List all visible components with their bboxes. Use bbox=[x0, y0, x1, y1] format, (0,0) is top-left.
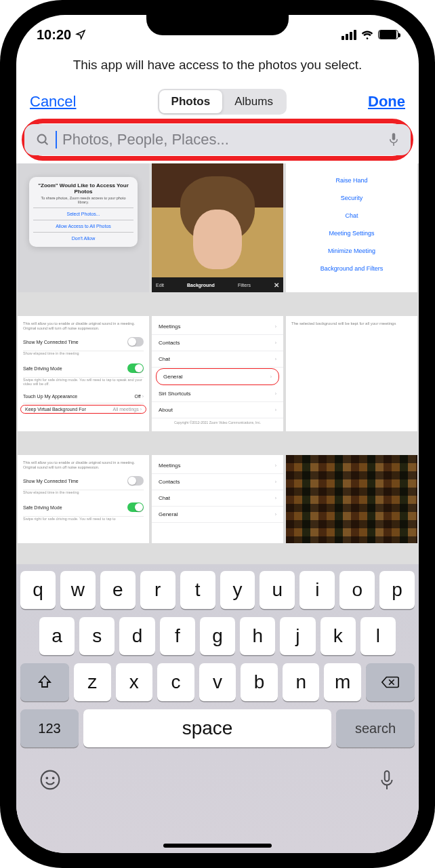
list-item: About bbox=[159, 407, 173, 413]
segmented-control[interactable]: Photos Albums bbox=[158, 89, 287, 115]
photo-thumb[interactable]: This will allow you to enable or disable… bbox=[18, 455, 149, 543]
value: Off bbox=[134, 394, 140, 399]
menu-item: Security bbox=[290, 189, 413, 207]
chevron-right-icon: › bbox=[142, 394, 144, 399]
emoji-icon[interactable] bbox=[39, 769, 61, 791]
menu-item: Chat bbox=[290, 207, 413, 224]
list-item: Chat bbox=[159, 356, 170, 362]
keyboard-row: qwertyuiop bbox=[20, 571, 415, 609]
settings-row: Safe Driving Mode bbox=[23, 366, 62, 371]
cellular-icon bbox=[341, 30, 356, 40]
photo-thumb[interactable]: Raise Hand Security Chat Meeting Setting… bbox=[286, 163, 417, 292]
key-r[interactable]: r bbox=[140, 571, 175, 609]
key-b[interactable]: b bbox=[241, 663, 278, 701]
search-key[interactable]: search bbox=[336, 709, 415, 747]
phone-screen: 10:20 This app will have access to the p… bbox=[16, 15, 419, 853]
backspace-key[interactable] bbox=[366, 663, 415, 701]
thumb-alert: "Zoom" Would Like to Access Your Photos … bbox=[29, 177, 137, 247]
battery-icon bbox=[378, 30, 398, 39]
key-z[interactable]: z bbox=[74, 663, 111, 701]
svg-line-1 bbox=[45, 142, 47, 144]
alert-title: "Zoom" Would Like to Access Your Photos bbox=[33, 182, 133, 195]
key-p[interactable]: p bbox=[379, 571, 415, 609]
photo-thumb[interactable]: The selected background will be kept for… bbox=[286, 316, 417, 431]
key-o[interactable]: o bbox=[339, 571, 375, 609]
video-tab: Background bbox=[187, 283, 215, 288]
key-u[interactable]: u bbox=[260, 571, 295, 609]
settings-row: Show My Connected Time bbox=[23, 340, 79, 344]
keyboard-row: asdfghjkl bbox=[20, 617, 415, 655]
key-w[interactable]: w bbox=[60, 571, 96, 609]
photo-thumb[interactable] bbox=[286, 455, 417, 543]
keyboard: qwertyuiop asdfghjkl zxcvbnm 123 space s… bbox=[16, 564, 419, 853]
highlighted-row: General› bbox=[156, 368, 279, 385]
alert-option: Allow Access to All Photos bbox=[33, 220, 133, 232]
key-l[interactable]: l bbox=[360, 617, 396, 655]
menu-item: Minimize Meeting bbox=[290, 242, 413, 260]
photo-thumb[interactable]: This will allow you to enable or disable… bbox=[18, 316, 149, 431]
mic-icon[interactable] bbox=[388, 132, 400, 148]
location-icon bbox=[75, 29, 86, 40]
key-e[interactable]: e bbox=[100, 571, 136, 609]
key-j[interactable]: j bbox=[280, 617, 315, 655]
shift-key[interactable] bbox=[20, 663, 69, 701]
key-x[interactable]: x bbox=[116, 663, 153, 701]
cancel-button[interactable]: Cancel bbox=[30, 93, 76, 111]
header-message: This app will have access to the photos … bbox=[16, 52, 419, 78]
settings-sub: Swipe right for safe driving mode. You w… bbox=[23, 517, 144, 525]
svg-point-6 bbox=[41, 771, 60, 789]
key-q[interactable]: q bbox=[20, 571, 56, 609]
svg-rect-2 bbox=[392, 133, 396, 140]
search-input[interactable] bbox=[62, 131, 382, 149]
list-item: Chat bbox=[159, 495, 170, 501]
tab-photos[interactable]: Photos bbox=[159, 90, 223, 113]
settings-note: This will allow you to enable or disable… bbox=[23, 458, 144, 472]
home-indicator[interactable] bbox=[163, 844, 272, 848]
chevron-right-icon: › bbox=[275, 408, 276, 412]
settings-sub: Swipe right for safe driving mode. You w… bbox=[23, 378, 144, 390]
settings-row: Touch Up My Appearance bbox=[23, 394, 77, 399]
key-t[interactable]: t bbox=[180, 571, 215, 609]
key-y[interactable]: y bbox=[220, 571, 255, 609]
toggle-off-icon bbox=[127, 476, 144, 486]
number-key[interactable]: 123 bbox=[20, 709, 79, 747]
svg-point-8 bbox=[53, 778, 54, 779]
photo-thumb[interactable]: Meetings› Contacts› Chat› General› Siri … bbox=[152, 316, 283, 431]
search-wrap bbox=[24, 124, 411, 155]
search-field[interactable] bbox=[24, 124, 411, 155]
space-key[interactable]: space bbox=[83, 709, 331, 747]
shift-icon bbox=[37, 674, 53, 690]
video-tab: Edit bbox=[156, 283, 164, 288]
photo-thumb[interactable]: Meetings› Contacts› Chat› General› bbox=[152, 455, 283, 543]
key-i[interactable]: i bbox=[299, 571, 335, 609]
list-item: Meetings bbox=[159, 462, 180, 469]
menu-item: Background and Filters bbox=[290, 260, 413, 277]
tab-albums[interactable]: Albums bbox=[222, 90, 285, 113]
alert-option: Select Photos... bbox=[33, 208, 133, 220]
key-n[interactable]: n bbox=[283, 663, 320, 701]
done-button[interactable]: Done bbox=[368, 93, 405, 111]
photo-thumb[interactable]: "Zoom" Would Like to Access Your Photos … bbox=[18, 163, 149, 292]
status-time: 10:20 bbox=[37, 27, 71, 43]
key-v[interactable]: v bbox=[199, 663, 236, 701]
key-a[interactable]: a bbox=[39, 617, 75, 655]
key-m[interactable]: m bbox=[324, 663, 361, 701]
settings-sub: Show elapsed time in the meeting bbox=[23, 490, 144, 498]
photo-thumb[interactable]: Edit Background Filters ✕ bbox=[152, 163, 283, 292]
key-g[interactable]: g bbox=[200, 617, 235, 655]
key-k[interactable]: k bbox=[320, 617, 356, 655]
keyboard-bottom bbox=[20, 755, 415, 792]
settings-sub: Show elapsed time in the meeting bbox=[23, 351, 144, 359]
key-s[interactable]: s bbox=[79, 617, 115, 655]
key-h[interactable]: h bbox=[240, 617, 275, 655]
chevron-right-icon: › bbox=[275, 479, 276, 484]
svg-rect-9 bbox=[385, 771, 390, 781]
key-c[interactable]: c bbox=[157, 663, 194, 701]
settings-note: This will allow you to enable or disable… bbox=[23, 319, 144, 333]
dictate-icon[interactable] bbox=[378, 769, 396, 792]
toggle-on-icon bbox=[127, 502, 144, 512]
search-icon bbox=[35, 132, 50, 147]
list-item: Contacts bbox=[159, 340, 180, 346]
key-d[interactable]: d bbox=[119, 617, 154, 655]
key-f[interactable]: f bbox=[160, 617, 195, 655]
